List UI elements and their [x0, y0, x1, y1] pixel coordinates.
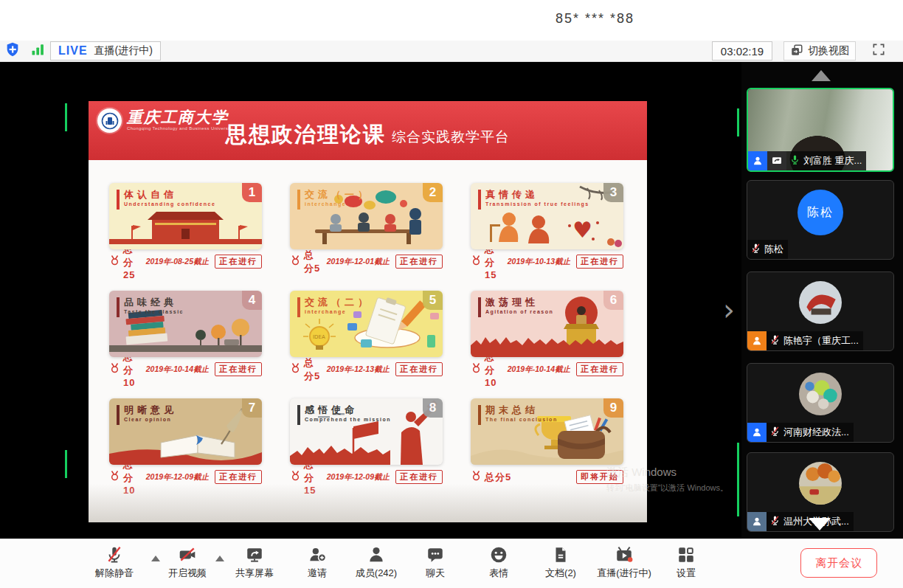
course-deadline: 2019年-10-14截止 — [508, 364, 570, 375]
settings-grid-icon — [677, 544, 696, 565]
course-number-badge: 6 — [603, 291, 623, 310]
course-status: 正在进行 — [395, 255, 443, 269]
shield-plus-icon — [4, 41, 21, 60]
start-video-button[interactable]: 开启视频 — [158, 544, 217, 580]
screen-share-badge-icon — [767, 151, 786, 170]
course-card-3[interactable]: ♥ 真情传递 Transmission of true feelings 3 总… — [471, 183, 623, 270]
course-card-footer: 总分10 2019年-10-14截止 正在进行 — [471, 357, 623, 378]
network-signal-button[interactable] — [28, 42, 47, 60]
title-bar — [297, 405, 300, 425]
course-score: 总分5 — [485, 471, 511, 484]
course-cover: 感悟使命 Comprehend the mission 8 — [290, 398, 443, 465]
fullscreen-icon — [871, 42, 886, 60]
course-card-9[interactable]: 期末总结 The final conclusion 9 总分5 即将开始 — [471, 398, 623, 485]
leave-meeting-button[interactable]: 离开会议 — [800, 548, 877, 578]
next-page-chevron[interactable]: › — [723, 295, 735, 325]
course-deadline: 2019年-12-13截止 — [327, 364, 390, 375]
title-bar — [478, 297, 481, 317]
members-label: 成员(242) — [356, 567, 397, 580]
participant-name: 刘富胜 重庆... — [803, 154, 862, 167]
course-status: 正在进行 — [395, 362, 443, 376]
security-shield-button[interactable] — [3, 42, 22, 60]
course-card-footer: 总分10 2019年-12-09截止 正在进行 — [109, 465, 262, 485]
docs-button[interactable]: 文档(2) — [531, 544, 590, 580]
course-subtitle: Comprehend the mission — [305, 417, 391, 422]
participant-name: 陈艳宇（重庆工... — [783, 334, 859, 347]
chat-bubble-icon — [426, 544, 445, 565]
medal-icon — [471, 362, 482, 376]
scroll-up-arrow[interactable] — [812, 70, 831, 81]
microphone-muted-icon — [769, 334, 781, 347]
share-border-marker — [65, 103, 67, 131]
course-number-badge: 4 — [242, 291, 262, 310]
course-cover: IDEA 交流（二） interchange 5 — [290, 291, 443, 357]
course-card-footer: 总分5 2019年-12-01截止 正在进行 — [290, 249, 443, 270]
course-card-1[interactable]: 体认自信 Understanding confidence 1 总分25 201… — [109, 183, 262, 270]
share-border-marker — [65, 450, 67, 478]
course-number-badge: 7 — [242, 398, 262, 418]
members-button[interactable]: 成员(242) — [347, 544, 406, 580]
course-title: 交流（二） — [305, 297, 371, 308]
course-cover: 激荡理性 Agitation of reason 6 — [471, 291, 623, 357]
share-screen-button[interactable]: 共享屏幕 — [225, 544, 284, 580]
members-person-icon — [367, 544, 386, 565]
course-card-7[interactable]: 明晰意见 Clear opinion 7 总分10 2019年-12-09截止 … — [109, 398, 262, 485]
title-bar — [117, 297, 120, 317]
course-title: 交流（一） — [305, 189, 371, 200]
live-button[interactable]: 直播(进行中) — [590, 544, 658, 580]
participant-tile-liufusheng[interactable]: 刘富胜 重庆... — [747, 88, 894, 172]
chat-button[interactable]: 聊天 — [406, 544, 465, 580]
course-cover: ♥ 真情传递 Transmission of true feelings 3 — [471, 183, 623, 249]
course-deadline: 2019年-12-09截止 — [327, 472, 390, 482]
course-subtitle: Transmission of true feelings — [485, 201, 589, 207]
course-card-5[interactable]: IDEA 交流（二） interchange 5 总分5 — [290, 291, 443, 378]
participant-tile-henancaijing[interactable]: 河南财经政法... — [747, 363, 894, 443]
course-cover: 体认自信 Understanding confidence 1 — [109, 183, 262, 249]
participant-name: 河南财经政法... — [783, 426, 849, 439]
settings-button[interactable]: 设置 — [657, 544, 716, 580]
course-number-badge: 3 — [603, 183, 623, 202]
participant-name-bar: 陈艳宇（重庆工... — [747, 331, 863, 350]
document-icon — [551, 544, 570, 565]
platform-header: 重庆工商大学 Chongqing Technology and Business… — [89, 101, 647, 160]
participant-tile-chenyanyu[interactable]: 陈艳宇（重庆工... — [747, 271, 894, 351]
microphone-muted-icon — [105, 544, 124, 565]
course-subtitle: The final conclusion — [485, 417, 558, 422]
docs-label: 文档(2) — [545, 567, 576, 580]
participant-name: 陈松 — [764, 243, 783, 256]
course-title: 激荡理性 — [485, 297, 553, 308]
course-number-badge: 8 — [423, 398, 443, 418]
camera-off-icon — [178, 544, 197, 565]
microphone-muted-icon — [769, 426, 781, 439]
course-card-2[interactable]: 交流（一） interchange 2 总分5 2019年-12-01截止 正在… — [290, 183, 443, 270]
switch-view-button[interactable]: 切换视图 — [783, 41, 856, 60]
host-person-badge-icon — [748, 151, 767, 170]
unmute-button[interactable]: 解除静音 — [85, 544, 144, 580]
video-options-caret[interactable] — [215, 556, 224, 561]
shared-screen: 重庆工商大学 Chongqing Technology and Business… — [89, 101, 647, 522]
course-number-badge: 9 — [603, 398, 623, 418]
course-title: 体认自信 — [124, 189, 215, 200]
course-title: 明晰意见 — [124, 404, 177, 415]
masked-meeting-number: 85* *** *88 — [556, 11, 634, 27]
watermark-line1: 激活 Windows — [606, 466, 728, 480]
live-status-button[interactable]: LIVE 直播(进行中) — [50, 41, 161, 60]
course-card-6[interactable]: 激荡理性 Agitation of reason 6 总分10 2019年-10… — [471, 291, 623, 378]
invite-button[interactable]: 邀请 — [288, 544, 347, 580]
course-card-grid: 体认自信 Understanding confidence 1 总分25 201… — [109, 183, 623, 485]
scroll-down-arrow[interactable] — [809, 518, 831, 530]
emoji-button[interactable]: 表情 — [469, 544, 528, 580]
platform-title-sub: 综合实践教学平台 — [392, 129, 510, 145]
participants-sidebar: 刘富胜 重庆... 陈松 陈松 — [741, 62, 903, 539]
course-card-footer: 总分10 2019年-10-14截止 正在进行 — [109, 357, 262, 378]
course-card-4[interactable]: 品味经典 Taste the classic 4 总分10 2019年-10-1… — [109, 291, 262, 378]
svg-text:IDEA: IDEA — [313, 334, 325, 340]
fullscreen-button[interactable] — [869, 42, 888, 60]
course-card-8[interactable]: 感悟使命 Comprehend the mission 8 总分15 2019年… — [290, 398, 443, 485]
title-bar — [297, 297, 300, 317]
top-toolbar: LIVE 直播(进行中) 03:02:19 切换视图 — [0, 41, 903, 62]
participant-tile-chensong[interactable]: 陈松 陈松 — [747, 180, 894, 260]
medal-icon — [109, 470, 120, 484]
course-deadline: 2019年-12-09截止 — [146, 472, 209, 482]
title-bar — [297, 190, 300, 210]
